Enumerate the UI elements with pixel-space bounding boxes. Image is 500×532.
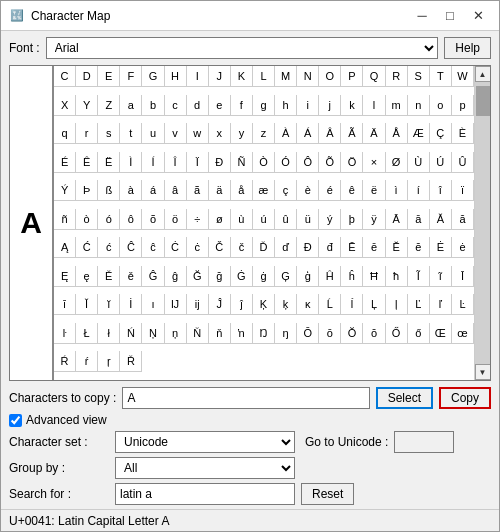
char-cell[interactable]: Ļ <box>363 294 385 315</box>
char-cell[interactable]: h <box>275 95 297 116</box>
char-cell[interactable]: î <box>430 180 452 201</box>
char-cell[interactable]: ñ <box>54 209 76 230</box>
char-cell[interactable]: Ø <box>386 152 408 173</box>
char-cell[interactable]: D <box>76 66 98 87</box>
char-cell[interactable]: Ĩ <box>408 266 430 287</box>
char-cell[interactable]: ę <box>76 266 98 287</box>
char-cell[interactable]: ŕ <box>76 351 98 372</box>
char-cell[interactable]: ī <box>54 294 76 315</box>
char-cell[interactable]: W <box>452 66 474 87</box>
char-cell[interactable]: Ê <box>76 152 98 173</box>
copy-button[interactable]: Copy <box>439 387 491 409</box>
char-cell[interactable]: ņ <box>165 323 187 344</box>
char-cell[interactable]: Ř <box>120 351 142 372</box>
char-cell[interactable]: ĺ <box>341 294 363 315</box>
char-cell[interactable]: Ĝ <box>142 266 164 287</box>
char-cell[interactable]: ı <box>142 294 164 315</box>
char-cell[interactable]: æ <box>253 180 275 201</box>
char-cell[interactable]: ē <box>363 237 385 258</box>
char-cell[interactable]: ŋ <box>275 323 297 344</box>
char-cell[interactable]: Å <box>386 123 408 144</box>
char-cell[interactable]: é <box>319 180 341 201</box>
character-set-select[interactable]: Unicode ASCII Latin-1 <box>115 431 295 453</box>
char-cell[interactable]: Ħ <box>363 266 385 287</box>
char-cell[interactable]: ď <box>275 237 297 258</box>
selected-char-big[interactable]: A <box>10 66 54 380</box>
scroll-down-arrow[interactable]: ▼ <box>475 364 491 380</box>
char-cell[interactable]: Ĕ <box>386 237 408 258</box>
char-cell[interactable]: f <box>231 95 253 116</box>
char-cell[interactable]: Ĵ <box>209 294 231 315</box>
char-cell[interactable]: S <box>408 66 430 87</box>
char-cell[interactable]: u <box>142 123 164 144</box>
char-cell[interactable]: ø <box>209 209 231 230</box>
char-cell[interactable]: Ċ <box>165 237 187 258</box>
char-cell[interactable]: ă <box>452 209 474 230</box>
char-cell[interactable]: Î <box>165 152 187 173</box>
char-cell[interactable]: Ù <box>408 152 430 173</box>
char-cell[interactable]: Õ <box>319 152 341 173</box>
char-cell[interactable]: È <box>452 123 474 144</box>
char-cell[interactable]: t <box>120 123 142 144</box>
char-cell[interactable]: Ŋ <box>253 323 275 344</box>
char-cell[interactable]: œ <box>452 323 474 344</box>
scrollbar-track[interactable] <box>475 82 491 364</box>
char-cell[interactable]: ĝ <box>165 266 187 287</box>
char-cell[interactable]: ĳ <box>187 294 209 315</box>
char-cell[interactable]: ĸ <box>297 294 319 315</box>
char-cell[interactable]: Ç <box>430 123 452 144</box>
char-cell[interactable]: Æ <box>408 123 430 144</box>
char-cell[interactable]: Í <box>142 152 164 173</box>
char-cell[interactable]: ß <box>98 180 120 201</box>
char-cell[interactable]: Á <box>297 123 319 144</box>
group-by-select[interactable]: All Unicode Subrange Code Range <box>115 457 295 479</box>
char-cell[interactable]: Ĭ <box>76 294 98 315</box>
char-cell[interactable]: J <box>209 66 231 87</box>
char-cell[interactable]: C <box>54 66 76 87</box>
char-cell[interactable]: o <box>430 95 452 116</box>
search-input[interactable] <box>115 483 295 505</box>
char-cell[interactable]: T <box>430 66 452 87</box>
char-cell[interactable]: â <box>165 180 187 201</box>
char-cell[interactable]: ĩ <box>430 266 452 287</box>
char-cell[interactable]: X <box>54 95 76 116</box>
char-cell[interactable]: Ä <box>363 123 385 144</box>
char-cell[interactable]: Ė <box>430 237 452 258</box>
char-cell[interactable]: R <box>386 66 408 87</box>
char-cell[interactable]: ý <box>319 209 341 230</box>
advanced-view-checkbox[interactable] <box>9 414 22 427</box>
select-button[interactable]: Select <box>376 387 433 409</box>
char-cell[interactable]: Ġ <box>231 266 253 287</box>
char-cell[interactable]: c <box>165 95 187 116</box>
char-cell[interactable]: m <box>386 95 408 116</box>
char-cell[interactable]: v <box>165 123 187 144</box>
char-cell[interactable]: l <box>363 95 385 116</box>
char-cell[interactable]: À <box>275 123 297 144</box>
char-cell[interactable]: ç <box>275 180 297 201</box>
char-cell[interactable]: Ĳ <box>165 294 187 315</box>
char-cell[interactable]: F <box>120 66 142 87</box>
copy-input[interactable] <box>122 387 369 409</box>
char-cell[interactable]: þ <box>341 209 363 230</box>
char-cell[interactable]: ő <box>408 323 430 344</box>
char-cell[interactable]: Z <box>98 95 120 116</box>
char-cell[interactable]: Ķ <box>253 294 275 315</box>
char-cell[interactable]: ķ <box>275 294 297 315</box>
char-cell[interactable]: ė <box>452 237 474 258</box>
char-cell[interactable]: y <box>231 123 253 144</box>
char-cell[interactable]: g <box>253 95 275 116</box>
char-cell[interactable]: Ň <box>187 323 209 344</box>
char-cell[interactable]: ù <box>231 209 253 230</box>
char-cell[interactable]: Ŕ <box>54 351 76 372</box>
char-cell[interactable]: ô <box>120 209 142 230</box>
char-cell[interactable]: Ô <box>297 152 319 173</box>
char-cell[interactable]: x <box>209 123 231 144</box>
scrollbar-thumb[interactable] <box>476 86 490 116</box>
char-cell[interactable]: s <box>98 123 120 144</box>
char-cell[interactable]: ï <box>452 180 474 201</box>
close-button[interactable]: ✕ <box>465 5 491 27</box>
char-cell[interactable]: j <box>319 95 341 116</box>
char-cell[interactable]: č <box>231 237 253 258</box>
char-cell[interactable]: N <box>297 66 319 87</box>
char-cell[interactable]: ë <box>363 180 385 201</box>
